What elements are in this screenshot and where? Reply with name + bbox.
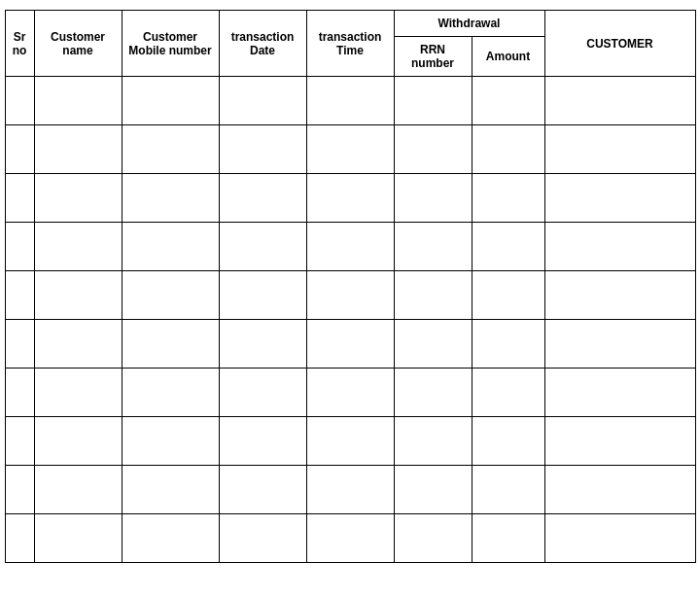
cell-time: [306, 369, 394, 417]
cell-sr: [5, 417, 34, 466]
cell-sr: [5, 77, 34, 125]
cell-name: [34, 514, 122, 563]
table-row: [5, 514, 695, 563]
cell-rrn: [394, 223, 472, 271]
cell-rrn: [394, 125, 472, 174]
cell-mobile: [122, 77, 219, 125]
cell-rrn: [394, 271, 472, 320]
cell-amount: [472, 514, 544, 563]
cell-amount: [472, 174, 544, 223]
cell-mobile: [122, 223, 219, 271]
cell-mobile: [122, 320, 219, 369]
col-header-amount: Amount: [472, 37, 544, 77]
cell-sig: [544, 320, 695, 369]
cell-time: [306, 77, 394, 125]
table-wrapper: Sr no Customer name Customer Mobile numb…: [5, 10, 696, 563]
cell-sr: [5, 174, 34, 223]
cell-rrn: [394, 174, 472, 223]
group-header-withdrawal: Withdrawal: [394, 11, 544, 37]
cell-mobile: [122, 125, 219, 174]
cell-rrn: [394, 417, 472, 466]
cell-rrn: [394, 369, 472, 417]
cell-amount: [472, 417, 544, 466]
col-header-customer-name: Customer name: [34, 11, 122, 77]
cell-name: [34, 369, 122, 417]
cell-name: [34, 174, 122, 223]
cell-date: [219, 417, 306, 466]
cell-sr: [5, 466, 34, 514]
header-row-top: Sr no Customer name Customer Mobile numb…: [5, 11, 695, 37]
cell-mobile: [122, 369, 219, 417]
table-row: [5, 369, 695, 417]
cell-amount: [472, 271, 544, 320]
col-header-customer-mobile: Customer Mobile number: [122, 11, 219, 77]
cell-sr: [5, 271, 34, 320]
cell-name: [34, 77, 122, 125]
cell-sr: [5, 369, 34, 417]
cell-name: [34, 271, 122, 320]
cell-rrn: [394, 514, 472, 563]
col-header-rrn: RRN number: [394, 37, 472, 77]
cell-name: [34, 125, 122, 174]
table-row: [5, 320, 695, 369]
cell-date: [219, 466, 306, 514]
cell-name: [34, 223, 122, 271]
cell-sig: [544, 125, 695, 174]
col-header-transaction-time: transaction Time: [306, 11, 394, 77]
table-row: [5, 466, 695, 514]
table-body: [5, 77, 695, 563]
cell-name: [34, 320, 122, 369]
cell-rrn: [394, 77, 472, 125]
cell-amount: [472, 320, 544, 369]
cell-time: [306, 466, 394, 514]
col-header-transaction-date: transaction Date: [219, 11, 306, 77]
cell-rrn: [394, 320, 472, 369]
cell-time: [306, 271, 394, 320]
cell-amount: [472, 223, 544, 271]
cell-date: [219, 514, 306, 563]
cell-mobile: [122, 271, 219, 320]
cell-sig: [544, 369, 695, 417]
cell-name: [34, 417, 122, 466]
cell-sig: [544, 271, 695, 320]
group-header-customer: CUSTOMER: [544, 11, 695, 77]
cell-sr: [5, 320, 34, 369]
cell-rrn: [394, 466, 472, 514]
cell-time: [306, 514, 394, 563]
cell-sig: [544, 223, 695, 271]
cell-date: [219, 125, 306, 174]
cell-amount: [472, 369, 544, 417]
table-row: [5, 174, 695, 223]
cell-date: [219, 174, 306, 223]
cell-date: [219, 369, 306, 417]
cell-date: [219, 223, 306, 271]
cell-time: [306, 125, 394, 174]
cell-sig: [544, 417, 695, 466]
main-table: Sr no Customer name Customer Mobile numb…: [5, 10, 696, 563]
cell-name: [34, 466, 122, 514]
cell-date: [219, 77, 306, 125]
cell-sig: [544, 514, 695, 563]
cell-sr: [5, 223, 34, 271]
cell-mobile: [122, 514, 219, 563]
cell-mobile: [122, 466, 219, 514]
table-row: [5, 223, 695, 271]
table-row: [5, 271, 695, 320]
cell-time: [306, 320, 394, 369]
cell-mobile: [122, 417, 219, 466]
cell-date: [219, 320, 306, 369]
cell-time: [306, 223, 394, 271]
cell-amount: [472, 77, 544, 125]
cell-date: [219, 271, 306, 320]
cell-mobile: [122, 174, 219, 223]
cell-amount: [472, 466, 544, 514]
cell-time: [306, 417, 394, 466]
cell-time: [306, 174, 394, 223]
cell-sig: [544, 77, 695, 125]
cell-amount: [472, 125, 544, 174]
table-row: [5, 77, 695, 125]
cell-sr: [5, 514, 34, 563]
cell-sig: [544, 466, 695, 514]
table-row: [5, 125, 695, 174]
col-header-sr-no: Sr no: [5, 11, 34, 77]
